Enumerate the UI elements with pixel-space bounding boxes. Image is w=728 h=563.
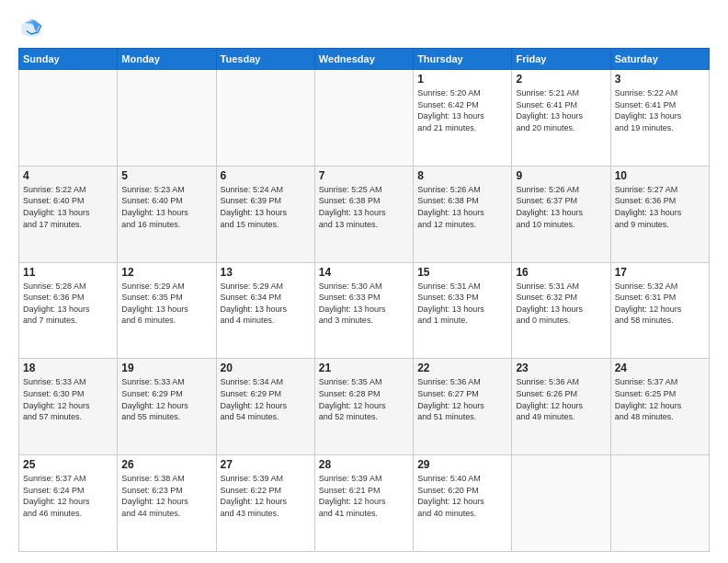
calendar-cell: 10Sunrise: 5:27 AM Sunset: 6:36 PM Dayli… bbox=[610, 166, 709, 262]
calendar-week-row: 18Sunrise: 5:33 AM Sunset: 6:30 PM Dayli… bbox=[19, 359, 710, 455]
col-thursday: Thursday bbox=[414, 49, 512, 70]
calendar-cell: 27Sunrise: 5:39 AM Sunset: 6:22 PM Dayli… bbox=[216, 455, 314, 552]
day-number: 29 bbox=[417, 458, 507, 471]
calendar-cell: 21Sunrise: 5:35 AM Sunset: 6:28 PM Dayli… bbox=[314, 359, 413, 455]
day-info: Sunrise: 5:20 AM Sunset: 6:42 PM Dayligh… bbox=[417, 87, 507, 133]
day-number: 24 bbox=[615, 362, 705, 374]
day-info: Sunrise: 5:21 AM Sunset: 6:41 PM Dayligh… bbox=[516, 87, 606, 133]
calendar-cell: 16Sunrise: 5:31 AM Sunset: 6:32 PM Dayli… bbox=[512, 262, 610, 359]
day-number: 5 bbox=[121, 169, 211, 182]
day-number: 28 bbox=[319, 458, 409, 471]
calendar-cell: 8Sunrise: 5:26 AM Sunset: 6:38 PM Daylig… bbox=[414, 166, 512, 262]
day-info: Sunrise: 5:30 AM Sunset: 6:33 PM Dayligh… bbox=[319, 281, 409, 327]
day-number: 8 bbox=[417, 169, 507, 182]
calendar-cell bbox=[512, 455, 610, 552]
day-info: Sunrise: 5:37 AM Sunset: 6:24 PM Dayligh… bbox=[23, 473, 113, 519]
day-info: Sunrise: 5:31 AM Sunset: 6:32 PM Dayligh… bbox=[516, 281, 606, 327]
day-info: Sunrise: 5:29 AM Sunset: 6:34 PM Dayligh… bbox=[221, 281, 311, 327]
day-info: Sunrise: 5:28 AM Sunset: 6:36 PM Dayligh… bbox=[23, 281, 113, 327]
day-number: 15 bbox=[417, 266, 507, 279]
day-info: Sunrise: 5:33 AM Sunset: 6:30 PM Dayligh… bbox=[23, 376, 113, 422]
logo-icon bbox=[18, 15, 44, 40]
calendar-week-row: 11Sunrise: 5:28 AM Sunset: 6:36 PM Dayli… bbox=[19, 262, 710, 359]
day-info: Sunrise: 5:35 AM Sunset: 6:28 PM Dayligh… bbox=[319, 376, 409, 422]
page: Sunday Monday Tuesday Wednesday Thursday… bbox=[0, 0, 728, 563]
day-info: Sunrise: 5:27 AM Sunset: 6:36 PM Dayligh… bbox=[615, 184, 705, 230]
calendar-cell bbox=[610, 455, 709, 552]
calendar-cell: 19Sunrise: 5:33 AM Sunset: 6:29 PM Dayli… bbox=[118, 359, 216, 455]
calendar-cell: 12Sunrise: 5:29 AM Sunset: 6:35 PM Dayli… bbox=[118, 262, 216, 359]
calendar-cell bbox=[216, 70, 314, 167]
day-number: 9 bbox=[516, 169, 606, 182]
col-friday: Friday bbox=[512, 49, 610, 70]
calendar-cell: 24Sunrise: 5:37 AM Sunset: 6:25 PM Dayli… bbox=[610, 359, 709, 455]
day-info: Sunrise: 5:29 AM Sunset: 6:35 PM Dayligh… bbox=[121, 281, 211, 327]
day-number: 14 bbox=[319, 266, 409, 279]
logo bbox=[18, 15, 48, 40]
calendar-cell: 6Sunrise: 5:24 AM Sunset: 6:39 PM Daylig… bbox=[216, 166, 314, 262]
calendar-cell: 26Sunrise: 5:38 AM Sunset: 6:23 PM Dayli… bbox=[118, 455, 216, 552]
day-info: Sunrise: 5:26 AM Sunset: 6:38 PM Dayligh… bbox=[417, 184, 507, 230]
day-info: Sunrise: 5:24 AM Sunset: 6:39 PM Dayligh… bbox=[221, 184, 311, 230]
day-number: 19 bbox=[121, 362, 211, 374]
day-number: 17 bbox=[615, 266, 705, 279]
day-number: 21 bbox=[319, 362, 409, 374]
day-info: Sunrise: 5:36 AM Sunset: 6:26 PM Dayligh… bbox=[516, 376, 606, 422]
calendar-week-row: 1Sunrise: 5:20 AM Sunset: 6:42 PM Daylig… bbox=[19, 70, 710, 167]
calendar-cell: 9Sunrise: 5:26 AM Sunset: 6:37 PM Daylig… bbox=[512, 166, 610, 262]
calendar-cell: 11Sunrise: 5:28 AM Sunset: 6:36 PM Dayli… bbox=[19, 262, 118, 359]
day-number: 25 bbox=[23, 458, 113, 471]
calendar-cell bbox=[118, 70, 216, 167]
day-number: 13 bbox=[221, 266, 311, 279]
day-info: Sunrise: 5:37 AM Sunset: 6:25 PM Dayligh… bbox=[615, 376, 705, 422]
calendar-cell: 22Sunrise: 5:36 AM Sunset: 6:27 PM Dayli… bbox=[414, 359, 512, 455]
day-number: 6 bbox=[221, 169, 311, 182]
day-number: 1 bbox=[417, 73, 507, 86]
day-number: 4 bbox=[23, 169, 113, 182]
day-number: 2 bbox=[516, 73, 606, 86]
calendar-cell: 1Sunrise: 5:20 AM Sunset: 6:42 PM Daylig… bbox=[414, 70, 512, 167]
day-info: Sunrise: 5:22 AM Sunset: 6:41 PM Dayligh… bbox=[615, 87, 705, 133]
day-info: Sunrise: 5:39 AM Sunset: 6:21 PM Dayligh… bbox=[319, 473, 409, 519]
day-number: 7 bbox=[319, 169, 409, 182]
day-number: 20 bbox=[221, 362, 311, 374]
calendar-cell: 28Sunrise: 5:39 AM Sunset: 6:21 PM Dayli… bbox=[314, 455, 413, 552]
calendar-cell: 20Sunrise: 5:34 AM Sunset: 6:29 PM Dayli… bbox=[216, 359, 314, 455]
day-info: Sunrise: 5:22 AM Sunset: 6:40 PM Dayligh… bbox=[23, 184, 113, 230]
calendar-cell: 5Sunrise: 5:23 AM Sunset: 6:40 PM Daylig… bbox=[118, 166, 216, 262]
day-info: Sunrise: 5:25 AM Sunset: 6:38 PM Dayligh… bbox=[319, 184, 409, 230]
col-wednesday: Wednesday bbox=[314, 49, 413, 70]
calendar-cell: 3Sunrise: 5:22 AM Sunset: 6:41 PM Daylig… bbox=[610, 70, 709, 167]
day-number: 18 bbox=[23, 362, 113, 374]
day-number: 10 bbox=[615, 169, 705, 182]
day-info: Sunrise: 5:26 AM Sunset: 6:37 PM Dayligh… bbox=[516, 184, 606, 230]
calendar-week-row: 25Sunrise: 5:37 AM Sunset: 6:24 PM Dayli… bbox=[19, 455, 710, 552]
calendar-cell: 23Sunrise: 5:36 AM Sunset: 6:26 PM Dayli… bbox=[512, 359, 610, 455]
day-info: Sunrise: 5:23 AM Sunset: 6:40 PM Dayligh… bbox=[121, 184, 211, 230]
day-info: Sunrise: 5:39 AM Sunset: 6:22 PM Dayligh… bbox=[221, 473, 311, 519]
calendar-cell: 14Sunrise: 5:30 AM Sunset: 6:33 PM Dayli… bbox=[314, 262, 413, 359]
day-info: Sunrise: 5:40 AM Sunset: 6:20 PM Dayligh… bbox=[417, 473, 507, 519]
calendar-cell: 15Sunrise: 5:31 AM Sunset: 6:33 PM Dayli… bbox=[414, 262, 512, 359]
day-info: Sunrise: 5:31 AM Sunset: 6:33 PM Dayligh… bbox=[417, 281, 507, 327]
calendar-cell: 25Sunrise: 5:37 AM Sunset: 6:24 PM Dayli… bbox=[19, 455, 118, 552]
day-number: 27 bbox=[221, 458, 311, 471]
day-number: 3 bbox=[615, 73, 705, 86]
day-number: 16 bbox=[516, 266, 606, 279]
calendar-cell: 17Sunrise: 5:32 AM Sunset: 6:31 PM Dayli… bbox=[610, 262, 709, 359]
col-sunday: Sunday bbox=[19, 49, 118, 70]
calendar-cell: 7Sunrise: 5:25 AM Sunset: 6:38 PM Daylig… bbox=[314, 166, 413, 262]
calendar-cell bbox=[314, 70, 413, 167]
calendar-cell: 29Sunrise: 5:40 AM Sunset: 6:20 PM Dayli… bbox=[414, 455, 512, 552]
day-number: 11 bbox=[23, 266, 113, 279]
col-monday: Monday bbox=[118, 49, 216, 70]
calendar-cell: 13Sunrise: 5:29 AM Sunset: 6:34 PM Dayli… bbox=[216, 262, 314, 359]
day-number: 22 bbox=[417, 362, 507, 374]
day-info: Sunrise: 5:32 AM Sunset: 6:31 PM Dayligh… bbox=[615, 281, 705, 327]
calendar-cell: 18Sunrise: 5:33 AM Sunset: 6:30 PM Dayli… bbox=[19, 359, 118, 455]
day-number: 23 bbox=[516, 362, 606, 374]
header bbox=[18, 15, 710, 40]
calendar: Sunday Monday Tuesday Wednesday Thursday… bbox=[18, 48, 710, 552]
day-number: 26 bbox=[121, 458, 211, 471]
calendar-cell: 4Sunrise: 5:22 AM Sunset: 6:40 PM Daylig… bbox=[19, 166, 118, 262]
